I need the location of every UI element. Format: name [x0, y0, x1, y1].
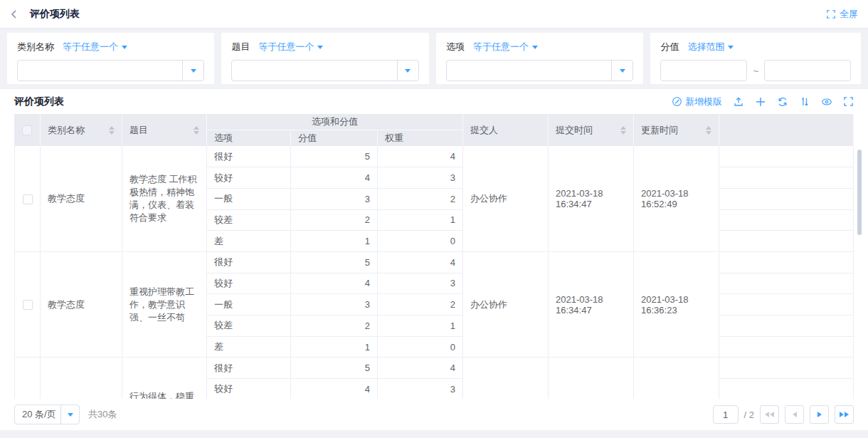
empty-cell [719, 358, 854, 379]
back-button[interactable] [7, 7, 21, 21]
filter-card-category: 类别名称 等于任意一个 [7, 33, 214, 84]
header-update-time[interactable]: 更新时间 [634, 114, 719, 146]
header-question[interactable]: 题目 [122, 114, 207, 146]
option-cell: 一般 [207, 188, 291, 209]
chevron-down-icon [191, 69, 196, 73]
chevron-down-icon [405, 69, 411, 73]
score-cell: 3 [291, 294, 378, 316]
numeric-sort-icon[interactable] [799, 96, 810, 108]
refresh-icon[interactable] [777, 96, 788, 108]
filter-label: 选项 [446, 41, 465, 53]
next-page-button[interactable] [810, 405, 829, 424]
filter-bar: 类别名称 等于任意一个 题目 等于任意一个 选项 等于任意一个 [0, 28, 868, 89]
option-cell: 一般 [207, 294, 291, 316]
chevron-down-icon [122, 46, 127, 49]
header-option: 选项 [207, 130, 291, 146]
header-options-group: 选项和分值 [207, 114, 463, 130]
score-cell: 2 [291, 209, 378, 231]
sort-icon[interactable] [194, 126, 199, 135]
empty-cell [719, 231, 854, 252]
filter-operator-dropdown[interactable]: 选择范围 [687, 41, 734, 53]
visibility-icon[interactable] [821, 96, 832, 108]
header-weight: 权重 [378, 130, 463, 146]
chevron-down-icon [728, 46, 734, 49]
sort-icon[interactable] [620, 126, 626, 135]
question-filter-select[interactable] [231, 60, 418, 81]
page-size-select[interactable]: 20 条/页 [14, 405, 80, 424]
score-min-input[interactable] [660, 60, 747, 81]
weight-cell: 1 [378, 316, 463, 337]
update-time-cell: 2021-03-18 16:36:23 [634, 251, 719, 357]
first-page-button[interactable] [760, 405, 779, 424]
score-cell: 5 [291, 251, 378, 273]
submitter-cell: 办公协作 [463, 251, 549, 357]
empty-cell [719, 273, 854, 294]
table-toolbar: 新增模版 [672, 95, 854, 108]
header-category[interactable]: 类别名称 [41, 114, 122, 146]
pagination-bar: 20 条/页 共30条 / 2 [14, 399, 854, 430]
option-cell: 较好 [207, 273, 291, 294]
add-icon[interactable] [755, 96, 766, 108]
weight-cell: 4 [378, 358, 463, 379]
row-checkbox[interactable] [23, 300, 33, 310]
weight-cell: 4 [378, 146, 463, 167]
new-template-button[interactable]: 新增模版 [672, 95, 722, 108]
empty-cell [719, 209, 854, 231]
row-checkbox[interactable] [23, 194, 33, 204]
page-title: 评价项列表 [30, 8, 80, 21]
vertical-scrollbar-thumb[interactable] [857, 150, 862, 235]
table-row: 行为得体，稳重大 很好 5 4 [15, 358, 854, 379]
table-fullscreen-icon[interactable] [843, 96, 854, 107]
option-cell: 较差 [207, 209, 291, 231]
category-cell [41, 358, 122, 399]
chevron-down-icon [68, 413, 73, 417]
filter-label: 题目 [231, 41, 250, 53]
evaluation-table: 类别名称 题目 选项和分值 提交人 提交时间 更新时间 [14, 114, 854, 399]
fullscreen-button[interactable]: 全屏 [826, 8, 858, 21]
weight-cell: 1 [378, 209, 463, 231]
option-filter-select[interactable] [446, 60, 633, 81]
weight-cell: 2 [378, 294, 463, 316]
update-time-cell [634, 358, 719, 399]
select-all-checkbox[interactable] [22, 125, 32, 135]
sort-icon[interactable] [706, 126, 711, 135]
filter-operator-dropdown[interactable]: 等于任意一个 [63, 41, 127, 53]
filter-card-score: 分值 选择范围 ~ [650, 33, 861, 84]
filter-operator-dropdown[interactable]: 等于任意一个 [258, 41, 323, 53]
category-cell: 教学态度 [41, 251, 122, 357]
option-cell: 很好 [207, 358, 291, 379]
header-checkbox-cell [15, 114, 41, 146]
weight-cell: 0 [378, 336, 463, 358]
page-number-input[interactable] [713, 405, 739, 424]
score-cell: 2 [291, 316, 378, 337]
range-separator: ~ [753, 66, 758, 76]
option-cell: 很好 [207, 251, 291, 273]
score-cell: 4 [291, 379, 378, 399]
score-cell: 1 [291, 336, 378, 358]
option-cell: 很好 [207, 146, 291, 167]
submitter-cell: 办公协作 [463, 146, 549, 251]
prev-page-button[interactable] [785, 405, 804, 424]
score-cell: 1 [291, 231, 378, 252]
sort-icon[interactable] [109, 126, 115, 135]
filter-card-question: 题目 等于任意一个 [221, 33, 428, 84]
chevron-down-icon [532, 46, 538, 49]
category-filter-select[interactable] [17, 60, 204, 81]
score-cell: 5 [291, 146, 378, 167]
empty-cell [719, 167, 854, 189]
header-submit-time[interactable]: 提交时间 [549, 114, 634, 146]
option-cell: 较好 [207, 379, 291, 399]
chevron-down-icon [317, 46, 323, 49]
filter-operator-dropdown[interactable]: 等于任意一个 [473, 41, 538, 53]
last-page-button[interactable] [835, 405, 854, 424]
section-title: 评价项列表 [14, 95, 64, 108]
filter-label: 分值 [660, 41, 679, 53]
header-empty [719, 114, 854, 146]
score-max-input[interactable] [764, 60, 851, 81]
weight-cell: 3 [378, 379, 463, 399]
upload-icon[interactable] [733, 96, 744, 108]
weight-cell: 4 [378, 251, 463, 273]
option-cell: 差 [207, 231, 291, 252]
fullscreen-icon [826, 9, 836, 19]
table-row: 教学态度 教学态度 工作积极热情，精神饱满，仪表、着装符合要求 很好 5 4 办… [15, 146, 854, 167]
